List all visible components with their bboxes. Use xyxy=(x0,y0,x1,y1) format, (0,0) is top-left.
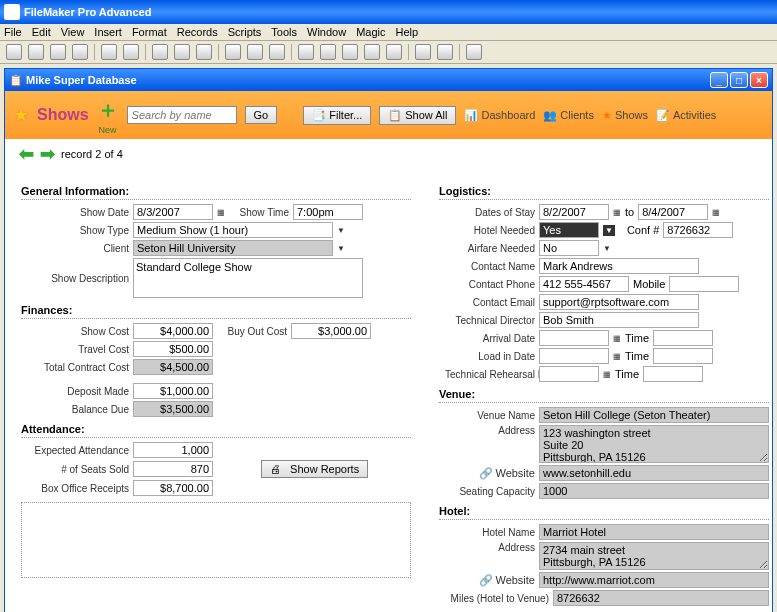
airfare-field[interactable] xyxy=(539,240,599,256)
calendar-icon[interactable]: ▦ xyxy=(603,370,611,379)
calendar-icon[interactable]: ▦ xyxy=(712,208,720,217)
lbl-hotel-web: 🔗 Website xyxy=(439,574,535,587)
tool-del-record-icon[interactable] xyxy=(269,44,285,60)
rehearsal-date-field[interactable] xyxy=(539,366,599,382)
menu-help[interactable]: Help xyxy=(395,26,418,38)
deposit-field[interactable] xyxy=(133,383,213,399)
tool-print-icon[interactable] xyxy=(50,44,66,60)
contact-phone-field[interactable] xyxy=(539,276,629,292)
tool-cut-icon[interactable] xyxy=(152,44,168,60)
date-to-field[interactable] xyxy=(638,204,708,220)
box-office-field[interactable] xyxy=(133,480,213,496)
menu-tools[interactable]: Tools xyxy=(271,26,297,38)
maximize-button[interactable]: □ xyxy=(730,72,748,88)
tool-sort-icon[interactable] xyxy=(298,44,314,60)
menu-window[interactable]: Window xyxy=(307,26,346,38)
tool-new-icon[interactable] xyxy=(6,44,22,60)
tool-find-icon[interactable] xyxy=(320,44,336,60)
hotel-name-field[interactable] xyxy=(539,524,769,540)
nav-shows[interactable]: ★Shows xyxy=(602,109,648,122)
show-reports-button[interactable]: 🖨 Show Reports xyxy=(261,460,368,478)
conf-field[interactable] xyxy=(663,222,733,238)
filter-button[interactable]: 📑Filter... xyxy=(303,106,371,125)
dropdown-icon[interactable]: ▼ xyxy=(337,226,345,235)
menu-records[interactable]: Records xyxy=(177,26,218,38)
notes-area[interactable] xyxy=(21,502,411,578)
contact-email-field[interactable] xyxy=(539,294,699,310)
menu-view[interactable]: View xyxy=(61,26,85,38)
lbl-venue-addr: Address xyxy=(439,425,535,436)
loadin-date-field[interactable] xyxy=(539,348,609,364)
show-cost-field[interactable] xyxy=(133,323,213,339)
travel-cost-field[interactable] xyxy=(133,341,213,357)
loadin-time-field[interactable] xyxy=(653,348,713,364)
date-from-field[interactable] xyxy=(539,204,609,220)
menu-format[interactable]: Format xyxy=(132,26,167,38)
tool-replace-icon[interactable] xyxy=(415,44,431,60)
venue-website-field[interactable] xyxy=(539,465,769,481)
calendar-icon[interactable]: ▦ xyxy=(613,208,621,217)
tool-print2-icon[interactable] xyxy=(72,44,88,60)
nav-clients[interactable]: 👥Clients xyxy=(543,109,594,122)
expected-att-field[interactable] xyxy=(133,442,213,458)
dropdown-icon[interactable]: ▼ xyxy=(337,244,345,253)
tool-dup-record-icon[interactable] xyxy=(247,44,263,60)
nav-dashboard[interactable]: 📊Dashboard xyxy=(464,109,535,122)
hotel-website-field[interactable] xyxy=(539,572,769,588)
hotel-address-field[interactable]: 2734 main street Pittsburgh, PA 15126 xyxy=(539,542,769,570)
minimize-button[interactable]: _ xyxy=(710,72,728,88)
dropdown-icon[interactable]: ▼ xyxy=(603,244,611,253)
tool-paste-icon[interactable] xyxy=(196,44,212,60)
dashboard-icon: 📊 xyxy=(464,109,478,122)
calendar-icon[interactable]: ▦ xyxy=(613,334,621,343)
mobile-field[interactable] xyxy=(669,276,739,292)
capacity-field[interactable] xyxy=(539,483,769,499)
tool-undo-icon[interactable] xyxy=(101,44,117,60)
record-counter: record 2 of 4 xyxy=(61,148,123,160)
link-icon[interactable]: 🔗 xyxy=(479,467,493,479)
show-date-field[interactable] xyxy=(133,204,213,220)
miles-field[interactable] xyxy=(553,590,769,606)
tool-relookup-icon[interactable] xyxy=(437,44,453,60)
menu-edit[interactable]: Edit xyxy=(32,26,51,38)
venue-name-field[interactable] xyxy=(539,407,769,423)
rehearsal-time-field[interactable] xyxy=(643,366,703,382)
search-input[interactable] xyxy=(127,106,237,124)
contact-name-field[interactable] xyxy=(539,258,699,274)
tool-open-icon[interactable] xyxy=(28,44,44,60)
dropdown-icon[interactable]: ▼ xyxy=(603,225,615,236)
tool-redo-icon[interactable] xyxy=(123,44,139,60)
menu-file[interactable]: File xyxy=(4,26,22,38)
tool-new-record-icon[interactable] xyxy=(225,44,241,60)
show-type-field[interactable] xyxy=(133,222,333,238)
tool-omit-multi-icon[interactable] xyxy=(386,44,402,60)
menu-magic[interactable]: Magic xyxy=(356,26,385,38)
tech-director-field[interactable] xyxy=(539,312,699,328)
seats-sold-field[interactable] xyxy=(133,461,213,477)
next-record-button[interactable]: ➡ xyxy=(40,143,55,165)
tool-misc-icon[interactable] xyxy=(466,44,482,60)
arrival-time-field[interactable] xyxy=(653,330,713,346)
go-button[interactable]: Go xyxy=(245,106,278,124)
tool-omit-icon[interactable] xyxy=(364,44,380,60)
description-field[interactable]: Standard College Show xyxy=(133,258,363,298)
link-icon[interactable]: 🔗 xyxy=(479,574,493,586)
client-field[interactable] xyxy=(133,240,333,256)
menu-scripts[interactable]: Scripts xyxy=(228,26,262,38)
showall-button[interactable]: 📋Show All xyxy=(379,106,456,125)
prev-record-button[interactable]: ⬅ xyxy=(19,143,34,165)
calendar-icon[interactable]: ▦ xyxy=(613,352,621,361)
arrival-date-field[interactable] xyxy=(539,330,609,346)
nav-activities[interactable]: 📝Activities xyxy=(656,109,716,122)
venue-address-field[interactable]: 123 washington street Suite 20 Pittsburg… xyxy=(539,425,769,463)
tool-showall-icon[interactable] xyxy=(342,44,358,60)
lbl-to: to xyxy=(625,206,634,218)
buyout-field[interactable] xyxy=(291,323,371,339)
new-button[interactable]: ＋ New xyxy=(97,95,119,135)
close-button[interactable]: × xyxy=(750,72,768,88)
tool-copy-icon[interactable] xyxy=(174,44,190,60)
hotel-needed-field[interactable] xyxy=(539,222,599,238)
show-time-field[interactable] xyxy=(293,204,363,220)
calendar-icon[interactable]: ▦ xyxy=(217,208,225,217)
menu-insert[interactable]: Insert xyxy=(94,26,122,38)
